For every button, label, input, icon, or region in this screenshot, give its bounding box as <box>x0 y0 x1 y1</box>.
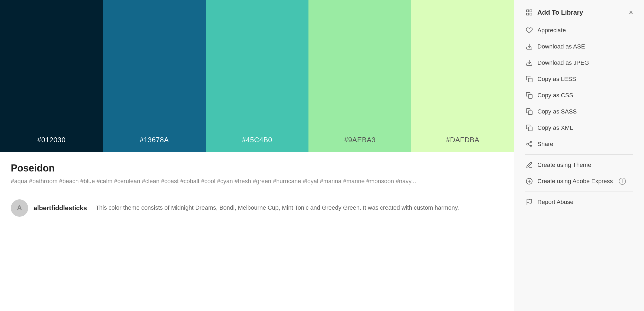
report-abuse-label: Report Abuse <box>537 199 573 206</box>
swatch-5[interactable]: #DAFDBA <box>411 0 514 152</box>
swatch-hex-2: #13678A <box>140 136 169 144</box>
download-jpeg-label: Download as JPEG <box>537 59 589 66</box>
svg-rect-1 <box>530 10 532 12</box>
copy-css-icon <box>525 91 534 100</box>
main-container: #012030 #13678A #45C4B0 #9AEBA3 #DAFDBA … <box>0 0 644 311</box>
menu-item-create-express[interactable]: Create using Adobe Express i <box>525 173 633 189</box>
swatch-hex-3: #45C4B0 <box>242 136 272 144</box>
close-button[interactable]: × <box>629 9 633 16</box>
sidebar-divider-2 <box>525 192 633 192</box>
menu-item-share[interactable]: Share <box>525 136 633 152</box>
share-label: Share <box>537 141 553 148</box>
svg-line-14 <box>528 142 530 144</box>
download-jpeg-icon <box>525 59 534 67</box>
right-sidebar: Add To Library × Appreciate Downloa <box>514 0 644 311</box>
brush-icon <box>525 161 534 169</box>
menu-item-report-abuse[interactable]: Report Abuse <box>525 194 633 210</box>
express-icon <box>525 177 534 186</box>
color-swatches: #012030 #13678A #45C4B0 #9AEBA3 #DAFDBA <box>0 0 514 152</box>
share-icon <box>525 140 534 148</box>
copy-sass-icon <box>525 107 534 116</box>
svg-rect-9 <box>528 127 532 131</box>
menu-item-copy-xml[interactable]: Copy as XML <box>525 120 633 136</box>
info-divider <box>11 194 503 194</box>
create-theme-label: Create using Theme <box>537 161 591 169</box>
left-panel: #012030 #13678A #45C4B0 #9AEBA3 #DAFDBA … <box>0 0 514 311</box>
create-express-label: Create using Adobe Express <box>537 178 613 185</box>
menu-item-copy-css[interactable]: Copy as CSS <box>525 87 633 103</box>
svg-rect-6 <box>528 78 532 82</box>
menu-item-download-ase[interactable]: Download as ASE <box>525 38 633 55</box>
download-ase-icon <box>525 42 534 51</box>
download-ase-label: Download as ASE <box>537 43 585 50</box>
author-description: This color theme consists of Midnight Dr… <box>96 204 459 212</box>
copy-xml-label: Copy as XML <box>537 124 573 131</box>
copy-xml-icon <box>525 124 534 132</box>
sidebar-divider-1 <box>525 154 633 155</box>
swatch-4[interactable]: #9AEBA3 <box>308 0 411 152</box>
swatch-hex-1: #012030 <box>37 136 66 144</box>
sidebar-title: Add To Library <box>537 9 583 16</box>
copy-sass-label: Copy as SASS <box>537 108 577 115</box>
palette-tags: #aqua #bathroom #beach #blue #calm #ceru… <box>11 177 503 186</box>
svg-line-13 <box>528 145 530 146</box>
svg-rect-0 <box>527 10 529 12</box>
info-icon[interactable]: i <box>619 178 626 185</box>
sidebar-header: Add To Library × <box>525 8 633 17</box>
copy-less-label: Copy as LESS <box>537 76 576 83</box>
svg-rect-7 <box>528 95 532 98</box>
palette-title: Poseidon <box>11 163 503 174</box>
svg-rect-3 <box>527 13 529 15</box>
info-panel: Poseidon #aqua #bathroom #beach #blue #c… <box>0 152 514 311</box>
swatch-hex-4: #9AEBA3 <box>344 136 376 144</box>
svg-rect-8 <box>528 111 532 115</box>
menu-item-download-jpeg[interactable]: Download as JPEG <box>525 55 633 71</box>
swatch-3[interactable]: #45C4B0 <box>206 0 308 152</box>
library-icon <box>525 8 534 17</box>
menu-item-copy-sass[interactable]: Copy as SASS <box>525 103 633 120</box>
menu-item-copy-less[interactable]: Copy as LESS <box>525 71 633 87</box>
heart-icon <box>525 26 534 35</box>
copy-less-icon <box>525 75 534 83</box>
menu-item-appreciate[interactable]: Appreciate <box>525 22 633 38</box>
menu-item-create-theme[interactable]: Create using Theme <box>525 157 633 173</box>
sidebar-title-row: Add To Library <box>525 8 583 17</box>
author-name[interactable]: albertfiddlesticks <box>34 204 87 212</box>
author-row: A albertfiddlesticks This color theme co… <box>11 199 503 217</box>
svg-rect-2 <box>530 13 532 15</box>
avatar: A <box>11 199 28 217</box>
swatch-1[interactable]: #012030 <box>0 0 103 152</box>
flag-icon <box>525 198 534 206</box>
copy-css-label: Copy as CSS <box>537 92 573 99</box>
swatch-hex-5: #DAFDBA <box>446 136 479 144</box>
appreciate-label: Appreciate <box>537 27 566 34</box>
swatch-2[interactable]: #13678A <box>103 0 206 152</box>
